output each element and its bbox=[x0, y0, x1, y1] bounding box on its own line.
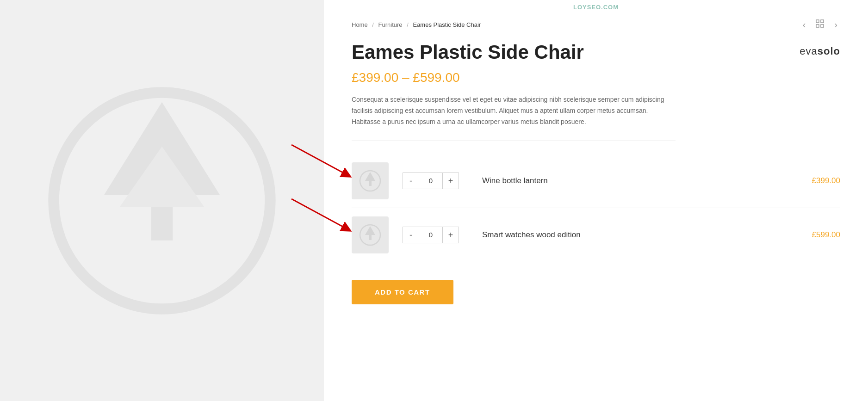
variant-2-thumbnail bbox=[352, 216, 389, 253]
product-description: Consequat a scelerisque suspendisse vel … bbox=[352, 94, 676, 141]
add-to-cart-button[interactable]: ADD TO CART bbox=[352, 280, 453, 304]
product-image-area bbox=[0, 0, 324, 401]
variant-1-qty-value: 0 bbox=[419, 173, 442, 189]
variant-1-quantity-controls: - 0 + bbox=[403, 173, 459, 189]
svg-rect-5 bbox=[821, 20, 824, 23]
svg-marker-16 bbox=[365, 226, 375, 235]
product-detail-area: LOYSEO.COM Home / Furniture / Eames Plas… bbox=[324, 0, 868, 401]
svg-rect-7 bbox=[821, 25, 824, 27]
svg-rect-17 bbox=[369, 235, 372, 240]
variant-2-qty-increase[interactable]: + bbox=[442, 227, 459, 243]
svg-rect-6 bbox=[816, 25, 819, 27]
variant-1-qty-decrease[interactable]: - bbox=[403, 173, 419, 189]
title-brand-row: Eames Plastic Side Chair evasolo bbox=[352, 42, 840, 63]
variants-section: - 0 + Wine bottle lantern £399.00 bbox=[352, 154, 840, 262]
variant-2-qty-decrease[interactable]: - bbox=[403, 227, 419, 243]
breadcrumb-current: Eames Plastic Side Chair bbox=[413, 21, 481, 28]
product-nav-arrows: ‹ › bbox=[800, 19, 840, 31]
page-wrapper: LOYSEO.COM Home / Furniture / Eames Plas… bbox=[0, 0, 868, 401]
variant-2-qty-value: 0 bbox=[419, 227, 442, 243]
variant-2-quantity-controls: - 0 + bbox=[403, 227, 459, 243]
breadcrumb-home-link[interactable]: Home bbox=[352, 21, 368, 28]
variant-1-thumbnail bbox=[352, 162, 389, 199]
brand-logo: evasolo bbox=[800, 45, 840, 57]
breadcrumb: Home / Furniture / Eames Plastic Side Ch… bbox=[352, 21, 481, 28]
svg-marker-11 bbox=[365, 172, 375, 181]
variant-1-name: Wine bottle lantern bbox=[482, 176, 803, 185]
product-title: Eames Plastic Side Chair bbox=[352, 42, 584, 63]
breadcrumb-furniture-link[interactable]: Furniture bbox=[378, 21, 403, 28]
next-product-button[interactable]: › bbox=[831, 19, 840, 30]
svg-rect-12 bbox=[369, 181, 372, 186]
breadcrumb-sep-2: / bbox=[407, 21, 409, 28]
variant-2-thumb-icon bbox=[359, 223, 382, 247]
variant-2-name: Smart watches wood edition bbox=[482, 230, 803, 240]
prev-product-button[interactable]: ‹ bbox=[800, 19, 809, 30]
grid-view-button[interactable] bbox=[813, 19, 827, 31]
variant-2-price: £599.00 bbox=[812, 230, 840, 240]
breadcrumb-row: Home / Furniture / Eames Plastic Side Ch… bbox=[352, 14, 840, 31]
variant-1-qty-increase[interactable]: + bbox=[442, 173, 459, 189]
variant-1-price: £399.00 bbox=[812, 176, 840, 185]
variant-row: - 0 + Smart watches wood edition £599.00 bbox=[352, 208, 840, 262]
variant-row: - 0 + Wine bottle lantern £399.00 bbox=[352, 154, 840, 208]
watermark: LOYSEO.COM bbox=[573, 4, 619, 11]
svg-rect-4 bbox=[816, 20, 819, 23]
brand-bold: solo bbox=[818, 45, 840, 57]
product-placeholder-logo bbox=[42, 80, 282, 321]
grid-icon bbox=[816, 19, 824, 28]
price-range: £399.00 – £599.00 bbox=[352, 70, 840, 85]
breadcrumb-sep-1: / bbox=[372, 21, 374, 28]
variant-1-thumb-icon bbox=[359, 169, 382, 192]
